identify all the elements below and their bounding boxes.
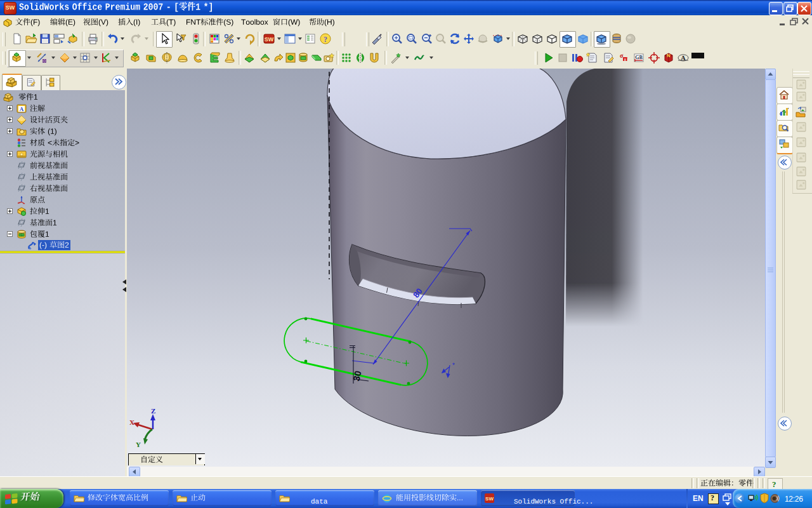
svg-text:SW: SW xyxy=(485,496,494,502)
svg-text:Z: Z xyxy=(151,407,155,415)
svg-text:X: X xyxy=(129,418,134,426)
svg-text:30: 30 xyxy=(351,370,363,382)
svg-text:Y: Y xyxy=(136,441,141,448)
svg-text:*: * xyxy=(452,362,455,369)
svg-text:N: N xyxy=(667,53,671,58)
svg-text:?: ? xyxy=(324,35,327,44)
svg-text:G: G xyxy=(20,234,23,237)
svg-text:A: A xyxy=(20,106,24,112)
svg-text:SW: SW xyxy=(265,36,274,43)
svg-text:GB: GB xyxy=(635,55,643,60)
